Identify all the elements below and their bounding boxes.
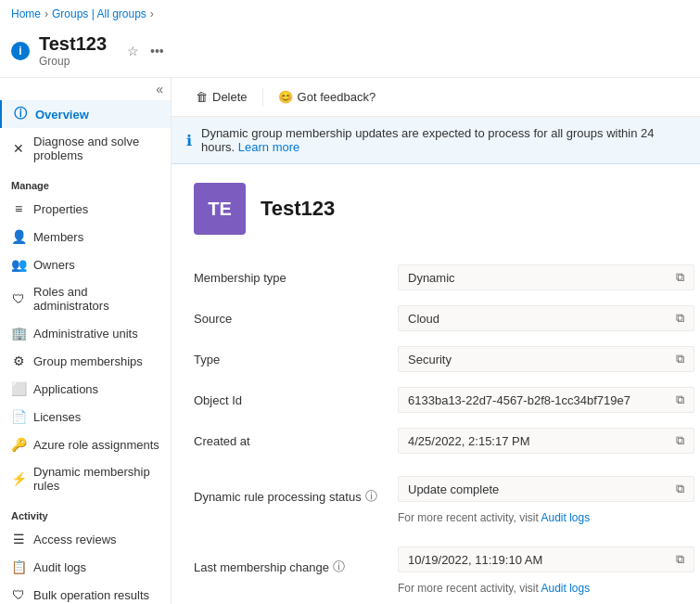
page-header: i Test123 Group ☆ •••	[0, 28, 700, 77]
breadcrumb-sep2: ›	[150, 7, 154, 20]
banner-info-icon: ℹ	[186, 132, 192, 149]
sidebar-item-audit-logs[interactable]: 📋 Audit logs	[0, 553, 171, 581]
sidebar-item-access-reviews[interactable]: ☰ Access reviews	[0, 525, 171, 553]
sidebar: « ⓘ Overview ✕ Diagnose and solve proble…	[0, 78, 172, 604]
feedback-label: Got feedback?	[298, 90, 376, 104]
created-at-copy[interactable]: ⧉	[676, 433, 684, 448]
membership-type-copy[interactable]: ⧉	[676, 270, 684, 285]
object-id-box: 6133ba13-22d7-4567-b2f8-1cc34bf719e7 ⧉	[398, 387, 694, 413]
type-value: Security ⧉	[398, 339, 694, 379]
feedback-icon: 😊	[278, 90, 293, 104]
page-subtitle: Group	[39, 55, 107, 68]
sidebar-group-memberships-label: Group memberships	[33, 354, 143, 368]
dynamic-rule-value-wrapper: Update complete ⧉ For more recent activi…	[398, 461, 694, 532]
info-banner: ℹ Dynamic group membership updates are e…	[172, 117, 700, 164]
sidebar-item-members[interactable]: 👤 Members	[0, 223, 171, 251]
azure-role-icon: 🔑	[11, 437, 26, 452]
access-reviews-icon: ☰	[11, 532, 26, 546]
dynamic-rule-subtext: For more recent activity, visit Audit lo…	[398, 511, 694, 524]
breadcrumb-sep1: ›	[45, 7, 48, 20]
created-at-value: 4/25/2022, 2:15:17 PM ⧉	[398, 420, 694, 461]
dynamic-rule-copy[interactable]: ⧉	[676, 482, 684, 496]
dynamic-rules-icon: ⚡	[11, 471, 26, 486]
breadcrumb: Home › Groups | All groups ›	[0, 0, 700, 28]
sidebar-item-applications[interactable]: ⬜ Applications	[0, 375, 171, 403]
applications-icon: ⬜	[11, 381, 26, 396]
last-membership-box: 10/19/2022, 11:19:10 AM ⧉	[398, 546, 694, 572]
header-title-block: Test123 Group	[39, 33, 107, 68]
last-membership-copy[interactable]: ⧉	[676, 552, 684, 567]
main-content: 🗑 Delete 😊 Got feedback? ℹ Dynamic group…	[172, 78, 700, 604]
pin-button[interactable]: ☆	[123, 42, 143, 60]
membership-type-value: Dynamic ⧉	[398, 257, 694, 298]
last-membership-value: 10/19/2022, 11:19:10 AM ⧉	[398, 539, 694, 580]
sidebar-item-bulk-ops[interactable]: 🛡 Bulk operation results	[0, 581, 171, 604]
activity-section-label: Activity	[0, 499, 171, 525]
sidebar-item-diagnose[interactable]: ✕ Diagnose and solve problems	[0, 128, 171, 169]
object-id-value: 6133ba13-22d7-4567-b2f8-1cc34bf719e7 ⧉	[398, 379, 694, 420]
roles-icon: 🛡	[11, 291, 26, 306]
delete-icon: 🗑	[196, 90, 208, 104]
overview-icon: ⓘ	[13, 107, 28, 122]
type-label: Type	[194, 339, 398, 379]
delete-button[interactable]: 🗑 Delete	[186, 85, 257, 109]
sidebar-item-azure-role[interactable]: 🔑 Azure role assignments	[0, 431, 171, 458]
dynamic-rule-label: Dynamic rule processing status ⓘ	[194, 461, 398, 532]
group-header: TE Test123	[194, 183, 678, 235]
last-membership-info-icon: ⓘ	[333, 559, 345, 575]
sidebar-audit-logs-label: Audit logs	[33, 560, 86, 574]
dynamic-rule-audit-link[interactable]: Audit logs	[541, 511, 590, 524]
dynamic-rule-box: Update complete ⧉	[398, 476, 694, 502]
main-layout: « ⓘ Overview ✕ Diagnose and solve proble…	[0, 78, 700, 604]
sidebar-properties-label: Properties	[33, 202, 88, 216]
feedback-button[interactable]: 😊 Got feedback?	[269, 85, 386, 109]
sidebar-item-admin-units[interactable]: 🏢 Administrative units	[0, 319, 171, 347]
banner-message: Dynamic group membership updates are exp…	[201, 126, 685, 154]
sidebar-item-roles[interactable]: 🛡 Roles and administrators	[0, 278, 171, 319]
header-info-icon: i	[11, 42, 30, 60]
sidebar-diagnose-label: Diagnose and solve problems	[33, 135, 159, 162]
sidebar-item-group-memberships[interactable]: ⚙ Group memberships	[0, 347, 171, 375]
toolbar: 🗑 Delete 😊 Got feedback?	[172, 78, 700, 117]
sidebar-access-reviews-label: Access reviews	[33, 533, 117, 546]
sidebar-azure-role-label: Azure role assignments	[33, 438, 159, 452]
membership-type-box: Dynamic ⧉	[398, 264, 694, 290]
sidebar-roles-label: Roles and administrators	[33, 285, 159, 313]
sidebar-item-owners[interactable]: 👥 Owners	[0, 251, 171, 278]
properties-icon: ≡	[11, 201, 26, 216]
sidebar-item-licenses[interactable]: 📄 Licenses	[0, 403, 171, 431]
breadcrumb-home[interactable]: Home	[11, 7, 41, 20]
dynamic-rule-value: Update complete ⧉	[398, 469, 694, 509]
last-membership-audit-link[interactable]: Audit logs	[541, 582, 590, 595]
sidebar-members-label: Members	[33, 230, 83, 244]
properties-grid: Membership type Dynamic ⧉ Source Cloud ⧉	[194, 257, 678, 604]
dynamic-rule-info-icon: ⓘ	[365, 488, 377, 505]
owners-icon: 👥	[11, 257, 26, 272]
type-box: Security ⧉	[398, 346, 694, 372]
more-button[interactable]: •••	[146, 42, 168, 60]
delete-label: Delete	[212, 90, 248, 104]
toolbar-separator	[262, 88, 263, 107]
object-id-copy[interactable]: ⧉	[676, 392, 684, 407]
group-detail: TE Test123 Membership type Dynamic ⧉ Sou…	[172, 164, 700, 604]
sidebar-dynamic-rules-label: Dynamic membership rules	[33, 465, 159, 493]
diagnose-icon: ✕	[11, 141, 26, 156]
source-copy[interactable]: ⧉	[676, 311, 684, 326]
last-membership-value-wrapper: 10/19/2022, 11:19:10 AM ⧉ For more recen…	[398, 532, 694, 602]
sidebar-item-dynamic-rules[interactable]: ⚡ Dynamic membership rules	[0, 458, 171, 499]
last-membership-subtext: For more recent activity, visit Audit lo…	[398, 582, 694, 595]
group-name: Test123	[261, 197, 335, 221]
admin-units-icon: 🏢	[11, 326, 26, 341]
group-avatar: TE	[194, 183, 246, 235]
collapse-button[interactable]: «	[156, 82, 163, 96]
breadcrumb-groups[interactable]: Groups | All groups	[52, 7, 146, 20]
banner-learn-more-link[interactable]: Learn more	[238, 140, 299, 154]
membership-type-label: Membership type	[194, 257, 398, 298]
sidebar-item-overview[interactable]: ⓘ Overview	[0, 100, 171, 128]
page-title: Test123	[39, 33, 107, 55]
type-copy[interactable]: ⧉	[676, 352, 684, 366]
object-id-label: Object Id	[194, 379, 398, 420]
manage-section-label: Manage	[0, 169, 171, 195]
sidebar-bulk-ops-label: Bulk operation results	[33, 588, 149, 602]
sidebar-item-properties[interactable]: ≡ Properties	[0, 195, 171, 223]
